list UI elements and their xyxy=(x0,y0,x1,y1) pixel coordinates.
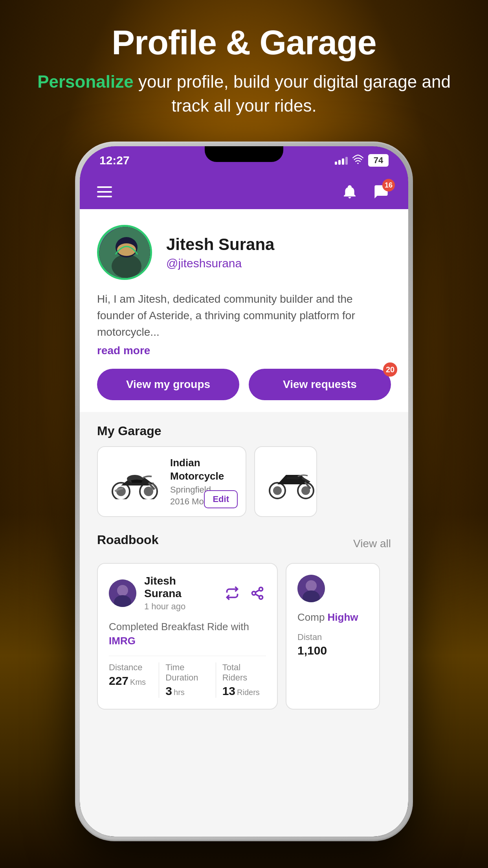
svg-point-22 xyxy=(117,585,128,596)
phone-screen: 12:27 xyxy=(80,146,408,837)
page-title: Profile & Garage xyxy=(0,24,488,62)
svg-point-30 xyxy=(306,580,317,591)
card-time-1: 1 hour ago xyxy=(144,601,216,612)
garage-title: My Garage xyxy=(97,424,391,438)
svg-point-18 xyxy=(273,486,282,495)
card-user-info-1: Jitesh Surana 1 hour ago xyxy=(144,575,216,612)
signal-bar-3 xyxy=(342,158,344,165)
profile-header: Jitesh Surana @jiteshsurana xyxy=(97,225,391,280)
riders-label: Total Riders xyxy=(222,662,266,683)
card-activity-1: Completed Breakfast Ride with IMRG xyxy=(109,620,266,648)
svg-point-6 xyxy=(112,254,141,278)
card-activity-2: Comp Highw xyxy=(297,610,368,624)
signal-bar-1 xyxy=(335,162,337,165)
profile-handle: @jiteshsurana xyxy=(166,257,391,270)
status-bar: 12:27 xyxy=(80,146,408,175)
status-time: 12:27 xyxy=(99,154,130,167)
page-title-section: Profile & Garage Personalize your profil… xyxy=(0,24,488,118)
avatar-svg xyxy=(99,227,152,280)
app-bar: 16 xyxy=(80,175,408,209)
motorcycle-name-1: Indian Motorcycle xyxy=(170,456,236,483)
card-user-row-2 xyxy=(297,575,368,602)
stat-label-2: Distan xyxy=(297,632,368,642)
avatar xyxy=(97,225,152,280)
roadbook-cards: Jitesh Surana 1 hour ago xyxy=(97,563,391,710)
avatar-container xyxy=(97,225,152,280)
stat-value-2: 1,100 xyxy=(297,644,368,657)
edit-motorcycle-button[interactable]: Edit xyxy=(204,490,238,508)
view-all-link[interactable]: View all xyxy=(353,537,391,550)
notch xyxy=(205,146,283,162)
messages-badge: 16 xyxy=(382,179,395,191)
activity-link-2: Highw xyxy=(328,611,358,623)
view-requests-button[interactable]: View requests 20 xyxy=(249,369,391,400)
share-button[interactable] xyxy=(249,585,266,602)
card-stats-1: Distance 227Kms Time Duration 3hrs xyxy=(109,656,266,698)
profile-info: Jitesh Surana @jiteshsurana xyxy=(166,235,391,270)
riders-value: 13Riders xyxy=(222,684,266,698)
motorcycle-svg-1 xyxy=(109,464,160,499)
profile-section: Jitesh Surana @jiteshsurana Hi, I am Jit… xyxy=(80,209,408,412)
signal-icon xyxy=(335,156,348,165)
distance-label: Distance xyxy=(109,662,152,673)
page-subtitle: Personalize your profile, build your dig… xyxy=(0,70,488,118)
card-actions-1 xyxy=(224,585,266,602)
requests-badge: 20 xyxy=(383,362,397,377)
signal-bar-2 xyxy=(338,160,341,165)
roadbook-header: Roadbook View all xyxy=(97,533,391,555)
card-avatar-1 xyxy=(109,579,136,607)
card-username-1: Jitesh Surana xyxy=(144,575,216,600)
notification-button[interactable] xyxy=(340,182,360,202)
garage-scroll: Indian Motorcycle Springfield 2016 Model… xyxy=(97,446,391,517)
svg-point-26 xyxy=(259,596,263,599)
battery-indicator: 74 xyxy=(368,154,389,167)
activity-prefix-2: Comp xyxy=(297,611,325,623)
garage-card-1: Indian Motorcycle Springfield 2016 Model… xyxy=(97,446,246,517)
svg-point-25 xyxy=(252,591,256,595)
subtitle-rest: your profile, build your digital garage … xyxy=(134,72,451,116)
phone-inner: 12:27 xyxy=(80,146,408,837)
garage-section: My Garage xyxy=(80,412,408,525)
read-more-link[interactable]: read more xyxy=(97,344,391,357)
roadbook-title: Roadbook xyxy=(97,533,158,547)
status-icons: 74 xyxy=(335,154,389,167)
svg-line-27 xyxy=(255,594,259,596)
stat-distance: Distance 227Kms xyxy=(109,662,159,698)
hamburger-line-3 xyxy=(97,196,112,197)
profile-bio: Hi, I am Jitesh, dedicated community bui… xyxy=(97,291,391,340)
view-my-groups-button[interactable]: View my groups xyxy=(97,369,239,400)
wifi-icon xyxy=(352,154,363,166)
subtitle-highlight: Personalize xyxy=(37,72,134,91)
hamburger-line-2 xyxy=(97,191,112,193)
card-user-row-1: Jitesh Surana 1 hour ago xyxy=(109,575,266,612)
hamburger-menu[interactable] xyxy=(97,186,112,197)
svg-point-12 xyxy=(144,487,153,496)
messages-button[interactable]: 16 xyxy=(371,182,391,202)
phone-container: 12:27 xyxy=(75,142,413,841)
stat-riders: Total Riders 13Riders xyxy=(216,662,266,698)
duration-label: Time Duration xyxy=(165,662,209,683)
svg-line-28 xyxy=(255,590,259,592)
garage-card-2 xyxy=(254,446,317,517)
roadbook-card-2: Comp Highw Distan 1,100 xyxy=(286,563,380,710)
roadbook-section: Roadbook View all xyxy=(80,525,408,718)
svg-point-0 xyxy=(357,163,359,164)
motorcycle-svg-2 xyxy=(266,464,317,499)
svg-point-24 xyxy=(259,587,263,591)
hamburger-line-1 xyxy=(97,186,112,188)
profile-buttons: View my groups View requests 20 xyxy=(97,369,391,400)
profile-name: Jitesh Surana xyxy=(166,235,391,254)
stat-duration: Time Duration 3hrs xyxy=(159,662,216,698)
duration-value: 3hrs xyxy=(165,684,209,698)
card-avatar-2 xyxy=(297,575,325,602)
app-bar-actions: 16 xyxy=(340,182,391,202)
motorcycle-image-1 xyxy=(107,462,162,501)
signal-bar-4 xyxy=(345,157,348,165)
motorcycle-image-2 xyxy=(264,462,319,501)
avatar-image xyxy=(99,227,150,278)
repost-button[interactable] xyxy=(224,585,241,602)
distance-value: 227Kms xyxy=(109,674,152,688)
roadbook-card-1: Jitesh Surana 1 hour ago xyxy=(97,563,278,710)
